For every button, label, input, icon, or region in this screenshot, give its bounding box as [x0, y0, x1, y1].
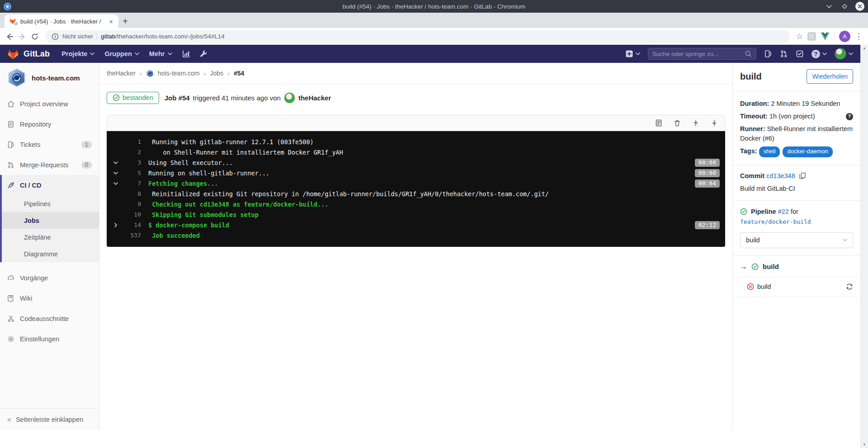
sidebar-item-cicd[interactable]: CI / CD — [2, 175, 99, 195]
tag-shell: shell — [759, 146, 780, 157]
browser-tab[interactable]: build (#54) · Jobs · theHacker / × — [5, 14, 118, 28]
search-input[interactable] — [652, 51, 745, 57]
reload-icon[interactable] — [31, 33, 39, 41]
project-sidebar: hots-team.com Project overview Repositor… — [0, 63, 99, 430]
merge-requests-icon[interactable] — [780, 50, 788, 58]
sidebar-collapse-toggle[interactable]: « Seitenleiste einklappen — [0, 408, 99, 430]
user-avatar — [835, 48, 846, 60]
breadcrumb-group[interactable]: theHacker — [107, 70, 136, 77]
todos-icon[interactable] — [796, 50, 804, 58]
stage-job-row[interactable]: build — [733, 277, 860, 297]
stage-dropdown[interactable]: build — [740, 232, 853, 248]
user-menu[interactable] — [835, 48, 853, 60]
browser-profile-avatar[interactable]: A — [839, 31, 850, 42]
menu-groups[interactable]: Gruppen — [104, 50, 139, 57]
timeout-help-icon[interactable]: ? — [846, 113, 853, 120]
browser-menu-icon[interactable]: ⋮ — [855, 32, 863, 41]
sidebar-item-overview[interactable]: Project overview — [0, 94, 99, 114]
page-scrollbar[interactable]: ▲ ▼ — [860, 45, 868, 448]
home-icon — [7, 100, 14, 108]
bookmark-star-icon[interactable]: ☆ — [796, 32, 803, 41]
project-context[interactable]: hots-team.com — [0, 63, 99, 94]
new-menu[interactable] — [625, 50, 640, 58]
breadcrumb-jobs[interactable]: Jobs — [210, 70, 223, 77]
sidebar-item-operations[interactable]: Vorgänge — [0, 268, 99, 288]
chevron-right-icon[interactable] — [112, 224, 124, 226]
breadcrumb-project[interactable]: hots-team.com — [158, 70, 200, 77]
stage-job-name: build — [757, 283, 771, 290]
browser-titlebar: build (#54) · Jobs · theHacker / hots-te… — [0, 0, 868, 13]
sidebar-item-merge-requests[interactable]: Merge-Requests 0 — [0, 155, 99, 175]
log-line: 8 Reinitialized existing Git repository … — [112, 189, 720, 199]
menu-more[interactable]: Mehr — [149, 50, 172, 57]
url-text[interactable]: gitlab/thehacker/hots-team.com/-/jobs/54… — [101, 33, 225, 40]
sidebar-item-jobs[interactable]: Jobs — [2, 212, 99, 229]
collapse-arrows-icon: « — [7, 415, 11, 424]
tab-close-icon[interactable]: × — [108, 18, 114, 25]
gear-icon — [7, 335, 14, 343]
sidebar-item-snippets[interactable]: Codeausschnitte — [0, 308, 99, 329]
vue-devtools-icon[interactable] — [821, 33, 830, 40]
maximize-button[interactable] — [840, 2, 849, 11]
scroll-top-icon[interactable] — [692, 119, 699, 127]
scroll-down-icon[interactable]: ▼ — [863, 443, 866, 447]
failed-status-icon — [747, 283, 754, 290]
sidebar-item-tickets[interactable]: Tickets 1 — [0, 134, 99, 155]
scroll-up-icon[interactable]: ▲ — [863, 46, 866, 50]
trigger-user-avatar[interactable] — [284, 92, 295, 104]
section-timer: 00:04 — [695, 179, 720, 188]
project-avatar — [7, 68, 26, 87]
url-divider — [97, 33, 97, 40]
pipeline-block: Pipeline #22 for feature/docker-build bu… — [733, 201, 860, 255]
extension-icon[interactable] — [807, 32, 816, 41]
minimize-button[interactable] — [825, 2, 834, 11]
info-icon[interactable] — [52, 33, 59, 40]
sidebar-item-pipelines[interactable]: Pipelines — [2, 195, 99, 212]
erase-log-icon[interactable] — [674, 119, 681, 127]
status-badge[interactable]: bestanden — [107, 92, 159, 104]
job-number: Job #54 — [165, 94, 190, 102]
rocket-icon — [7, 182, 14, 189]
gitlab-wordmark[interactable]: GitLab — [24, 49, 50, 59]
chevron-down-icon[interactable] — [112, 161, 124, 164]
trigger-user-name[interactable]: theHacker — [298, 94, 331, 102]
job-log: 1 Running with gitlab-runner 12.7.1 (003… — [107, 115, 725, 247]
gitlab-logo[interactable]: GitLab — [7, 48, 50, 60]
url-field[interactable]: Nicht sicher gitlab/thehacker/hots-team.… — [45, 30, 790, 43]
section-timer: 00:00 — [695, 159, 720, 167]
retry-job-button[interactable]: Wiederholen — [807, 69, 853, 84]
chevron-down-icon[interactable] — [112, 172, 124, 174]
tickets-count-badge: 1 — [81, 141, 92, 148]
security-label[interactable]: Nicht sicher — [62, 33, 93, 40]
stage-status-check-icon — [751, 263, 759, 270]
pipeline-ref-link[interactable]: feature/docker-build — [740, 218, 811, 225]
close-button[interactable] — [855, 2, 864, 11]
stage-name: build — [763, 263, 779, 270]
menu-projects[interactable]: Projekte — [61, 50, 94, 57]
admin-wrench-icon[interactable] — [199, 50, 208, 58]
document-icon — [7, 121, 14, 128]
activity-chart-icon[interactable] — [182, 50, 190, 58]
back-icon[interactable] — [5, 33, 14, 41]
retry-icon[interactable] — [846, 283, 853, 290]
commit-sha-link[interactable]: cd13e348 — [766, 172, 795, 179]
sidebar-item-charts[interactable]: Diagramme — [2, 245, 99, 262]
sidebar-item-repository[interactable]: Repository — [0, 114, 99, 134]
help-menu[interactable]: ? — [811, 50, 827, 58]
new-tab-button[interactable]: + — [118, 14, 132, 28]
show-raw-icon[interactable] — [655, 119, 662, 127]
pipeline-id-link[interactable]: #22 — [778, 208, 789, 215]
chevron-down-icon[interactable] — [112, 182, 124, 185]
copy-commit-icon[interactable] — [799, 172, 806, 179]
issues-icon[interactable] — [764, 50, 772, 58]
sidebar-item-schedules[interactable]: Zeitpläne — [2, 229, 99, 245]
sidebar-item-wiki[interactable]: Wiki — [0, 288, 99, 308]
breadcrumb: theHacker › hots-team.com › Jobs › #54 — [99, 63, 732, 84]
sidebar-item-settings[interactable]: Einstellungen — [0, 329, 99, 349]
forward-icon[interactable] — [18, 33, 26, 41]
scissors-icon — [7, 315, 14, 322]
log-line: 2 on Shell-Runner mit installiertem Dock… — [112, 147, 720, 157]
project-name[interactable]: hots-team.com — [32, 74, 80, 82]
scroll-bottom-icon[interactable] — [711, 119, 718, 127]
global-search[interactable] — [648, 48, 756, 60]
